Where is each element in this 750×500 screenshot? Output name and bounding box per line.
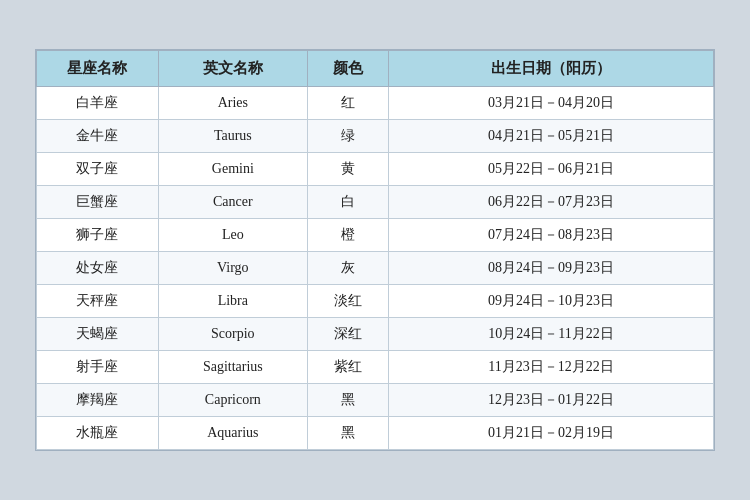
cell-color: 红 — [307, 87, 388, 120]
cell-english: Libra — [158, 285, 307, 318]
cell-date: 03月21日－04月20日 — [389, 87, 714, 120]
table-row: 双子座Gemini黄05月22日－06月21日 — [37, 153, 714, 186]
cell-chinese: 摩羯座 — [37, 384, 159, 417]
table-row: 射手座Sagittarius紫红11月23日－12月22日 — [37, 351, 714, 384]
cell-english: Sagittarius — [158, 351, 307, 384]
cell-chinese: 白羊座 — [37, 87, 159, 120]
table-row: 巨蟹座Cancer白06月22日－07月23日 — [37, 186, 714, 219]
cell-date: 04月21日－05月21日 — [389, 120, 714, 153]
table-row: 天蝎座Scorpio深红10月24日－11月22日 — [37, 318, 714, 351]
cell-chinese: 天秤座 — [37, 285, 159, 318]
cell-color: 白 — [307, 186, 388, 219]
cell-english: Leo — [158, 219, 307, 252]
table-row: 天秤座Libra淡红09月24日－10月23日 — [37, 285, 714, 318]
cell-color: 灰 — [307, 252, 388, 285]
cell-date: 11月23日－12月22日 — [389, 351, 714, 384]
cell-chinese: 水瓶座 — [37, 417, 159, 450]
cell-chinese: 狮子座 — [37, 219, 159, 252]
cell-date: 07月24日－08月23日 — [389, 219, 714, 252]
cell-date: 06月22日－07月23日 — [389, 186, 714, 219]
cell-english: Aquarius — [158, 417, 307, 450]
header-chinese: 星座名称 — [37, 51, 159, 87]
cell-chinese: 处女座 — [37, 252, 159, 285]
zodiac-table-container: 星座名称 英文名称 颜色 出生日期（阳历） 白羊座Aries红03月21日－04… — [35, 49, 715, 451]
cell-color: 深红 — [307, 318, 388, 351]
cell-english: Cancer — [158, 186, 307, 219]
cell-chinese: 射手座 — [37, 351, 159, 384]
cell-date: 10月24日－11月22日 — [389, 318, 714, 351]
cell-date: 05月22日－06月21日 — [389, 153, 714, 186]
cell-color: 黄 — [307, 153, 388, 186]
cell-english: Gemini — [158, 153, 307, 186]
header-color: 颜色 — [307, 51, 388, 87]
table-body: 白羊座Aries红03月21日－04月20日金牛座Taurus绿04月21日－0… — [37, 87, 714, 450]
cell-date: 01月21日－02月19日 — [389, 417, 714, 450]
table-header-row: 星座名称 英文名称 颜色 出生日期（阳历） — [37, 51, 714, 87]
cell-chinese: 双子座 — [37, 153, 159, 186]
cell-chinese: 金牛座 — [37, 120, 159, 153]
zodiac-table: 星座名称 英文名称 颜色 出生日期（阳历） 白羊座Aries红03月21日－04… — [36, 50, 714, 450]
cell-chinese: 天蝎座 — [37, 318, 159, 351]
header-english: 英文名称 — [158, 51, 307, 87]
cell-color: 黑 — [307, 417, 388, 450]
table-row: 处女座Virgo灰08月24日－09月23日 — [37, 252, 714, 285]
cell-date: 12月23日－01月22日 — [389, 384, 714, 417]
table-row: 水瓶座Aquarius黑01月21日－02月19日 — [37, 417, 714, 450]
cell-english: Taurus — [158, 120, 307, 153]
header-date: 出生日期（阳历） — [389, 51, 714, 87]
cell-date: 08月24日－09月23日 — [389, 252, 714, 285]
cell-english: Capricorn — [158, 384, 307, 417]
cell-english: Virgo — [158, 252, 307, 285]
cell-color: 紫红 — [307, 351, 388, 384]
cell-date: 09月24日－10月23日 — [389, 285, 714, 318]
cell-english: Aries — [158, 87, 307, 120]
cell-english: Scorpio — [158, 318, 307, 351]
table-row: 摩羯座Capricorn黑12月23日－01月22日 — [37, 384, 714, 417]
table-row: 白羊座Aries红03月21日－04月20日 — [37, 87, 714, 120]
cell-chinese: 巨蟹座 — [37, 186, 159, 219]
cell-color: 橙 — [307, 219, 388, 252]
cell-color: 绿 — [307, 120, 388, 153]
cell-color: 淡红 — [307, 285, 388, 318]
table-row: 金牛座Taurus绿04月21日－05月21日 — [37, 120, 714, 153]
cell-color: 黑 — [307, 384, 388, 417]
table-row: 狮子座Leo橙07月24日－08月23日 — [37, 219, 714, 252]
